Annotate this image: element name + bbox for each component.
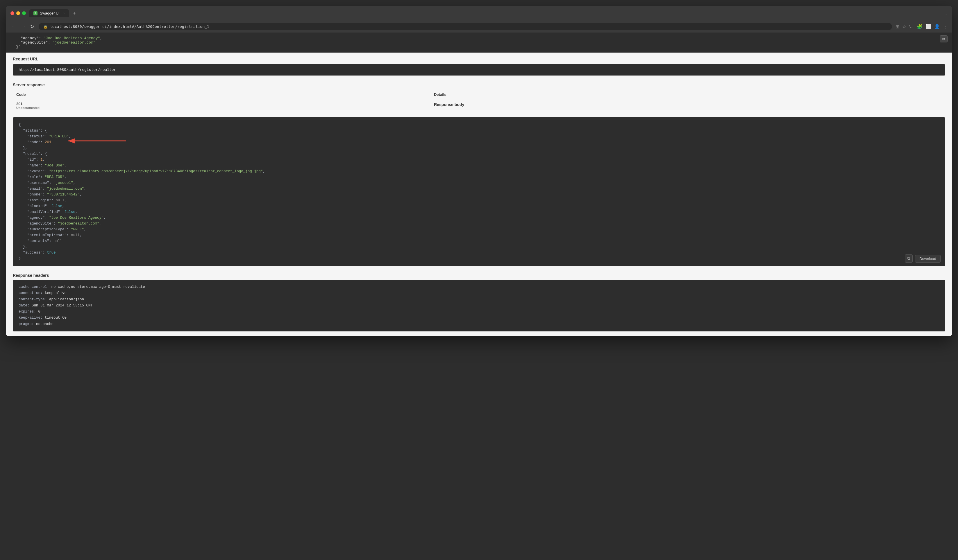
json-line-avatar: "avatar": "https://res.cloudinary.com/dh… xyxy=(19,168,939,174)
json-line-email: "email": "joedoe@mail.com", xyxy=(19,186,939,192)
json-line-result-open: "result": { xyxy=(19,151,939,157)
profile-button[interactable]: 👤 xyxy=(934,24,940,29)
minimize-button[interactable] xyxy=(16,11,20,15)
header-expires: expires: 0 xyxy=(19,309,939,315)
browser-window: S Swagger UI × + ⌄ ← → ↻ 🔒 localhost:808… xyxy=(6,6,952,336)
lock-icon: 🔒 xyxy=(43,25,48,29)
json-line-status-close: }, xyxy=(19,145,939,151)
header-content-type: content-type: application/json xyxy=(19,297,939,303)
response-code: 201 xyxy=(16,102,23,106)
extensions-button[interactable]: 🧩 xyxy=(917,24,923,29)
json-line-result-close: }, xyxy=(19,244,939,250)
tab-close-button[interactable]: × xyxy=(63,12,65,15)
server-response-section: Server response Code Details 201 Undocum… xyxy=(6,79,952,115)
tab-title: Swagger UI xyxy=(40,11,60,16)
url-text: localhost:8080/swagger-ui/index.html#/Au… xyxy=(50,24,209,29)
headers-block: cache-control: no-cache,no-store,max-age… xyxy=(13,280,945,331)
request-url-block: http://localhost:8080/auth/register/real… xyxy=(13,64,945,76)
address-bar: ← → ↻ 🔒 localhost:8080/swagger-ui/index.… xyxy=(6,21,952,33)
menu-button[interactable]: ⋮ xyxy=(943,24,947,29)
top-json-line-1: "agency": "Joe Doe Realtors Agency", xyxy=(12,36,946,40)
json-line-role: "role": "REALTOR", xyxy=(19,174,939,180)
json-line-premium: "premiumExpiresAt": null, xyxy=(19,233,939,238)
copy-response-button[interactable]: ⧉ xyxy=(905,255,913,263)
json-actions: ⧉ Download xyxy=(905,255,941,263)
response-table: Code Details 201 Undocumented Response b… xyxy=(13,90,945,112)
download-button[interactable]: Download xyxy=(915,255,941,263)
request-url-title: Request URL xyxy=(13,57,945,61)
traffic-lights xyxy=(11,11,26,15)
shield-button[interactable]: 🛡 xyxy=(909,24,914,29)
table-row: 201 Undocumented Response body xyxy=(13,99,945,112)
details-header: Details xyxy=(430,90,945,99)
close-button[interactable] xyxy=(11,11,14,15)
top-json-line-2: "agencySite": "joedoerealtor.com" xyxy=(12,40,946,45)
tab-bar: S Swagger UI × + ⌄ xyxy=(29,9,947,17)
forward-button[interactable]: → xyxy=(20,24,27,30)
json-line-agency: "agency": "Joe Doe Realtors Agency", xyxy=(19,215,939,221)
url-bar[interactable]: 🔒 localhost:8080/swagger-ui/index.html#/… xyxy=(39,23,892,30)
sidebar-button[interactable]: ⬜ xyxy=(925,24,931,29)
code-header: Code xyxy=(13,90,430,99)
translate-button[interactable]: ⊞ xyxy=(896,24,899,29)
browser-actions: ⊞ ☆ 🛡 🧩 ⬜ 👤 ⋮ xyxy=(896,24,947,29)
request-url-text: http://localhost:8080/auth/register/real… xyxy=(19,68,116,72)
top-json-block: "agency": "Joe Doe Realtors Agency", "ag… xyxy=(6,33,952,52)
json-line-agency-site: "agencySite": "joedoerealtor.com", xyxy=(19,221,939,226)
json-line-contacts: "contacts": null xyxy=(19,238,939,244)
header-date: date: Sun,31 Mar 2024 12:53:15 GMT xyxy=(19,303,939,309)
response-json-block: { "status": { "status": "CREATED", xyxy=(13,117,945,266)
response-headers-label: Response headers xyxy=(13,273,945,278)
bookmark-button[interactable]: ☆ xyxy=(902,24,906,29)
header-cache-control: cache-control: no-cache,no-store,max-age… xyxy=(19,284,939,290)
json-line-email-verified: "emailVerified": false, xyxy=(19,209,939,215)
json-line-username: "username": "joedoe1", xyxy=(19,180,939,186)
json-line-lastlogin: "lastLogin": null, xyxy=(19,198,939,203)
header-pragma: pragma: no-cache xyxy=(19,321,939,327)
tab-expand-button[interactable]: ⌄ xyxy=(945,11,947,16)
json-line-status-open: "status": { xyxy=(19,128,939,134)
new-tab-button[interactable]: + xyxy=(71,11,77,16)
request-url-section: Request URL http://localhost:8080/auth/r… xyxy=(6,52,952,79)
json-line-open: { xyxy=(19,122,939,128)
json-line-phone: "phone": "+380711844542", xyxy=(19,192,939,198)
top-json-line-3: }` xyxy=(12,45,946,49)
response-body-label: Response body xyxy=(434,102,942,107)
top-agency-site-value: "joedoerealtor.com" xyxy=(52,40,95,45)
maximize-button[interactable] xyxy=(22,11,26,15)
response-body-section: { "status": { "status": "CREATED", xyxy=(6,115,952,271)
header-keep-alive: keep-alive: timeout=60 xyxy=(19,315,939,321)
header-connection: connection: keep-alive xyxy=(19,290,939,296)
json-line-blocked: "blocked": false, xyxy=(19,203,939,209)
json-line-subscription: "subscriptionType": "FREE", xyxy=(19,226,939,233)
json-line-name: "name": "Joe Doe", xyxy=(19,163,939,168)
title-bar: S Swagger UI × + ⌄ xyxy=(6,6,952,21)
nav-buttons: ← → ↻ xyxy=(11,23,35,30)
json-line-status-status: "status": "CREATED", xyxy=(19,134,939,139)
response-code-cell: 201 Undocumented xyxy=(13,99,430,112)
json-line-close: } xyxy=(19,256,939,261)
refresh-button[interactable]: ↻ xyxy=(29,23,35,30)
json-line-id: "id": 1, xyxy=(19,157,939,163)
server-response-title: Server response xyxy=(13,82,945,87)
back-button[interactable]: ← xyxy=(11,24,17,30)
url-content: localhost:8080/swagger-ui/index.html#/Au… xyxy=(50,24,209,29)
json-line-success: "success": true xyxy=(19,250,939,256)
page-content: "agency": "Joe Doe Realtors Agency", "ag… xyxy=(6,33,952,336)
top-agency-value: "Joe Doe Realtors Agency" xyxy=(43,36,100,40)
json-line-code: "code": 201 xyxy=(19,139,939,145)
response-headers-section: Response headers cache-control: no-cache… xyxy=(6,271,952,336)
response-details-cell: Response body xyxy=(430,99,945,112)
top-copy-button[interactable]: ⧉ xyxy=(940,35,947,43)
undocumented-label: Undocumented xyxy=(16,106,427,109)
active-tab[interactable]: S Swagger UI × xyxy=(29,9,69,17)
tab-favicon: S xyxy=(33,11,38,16)
